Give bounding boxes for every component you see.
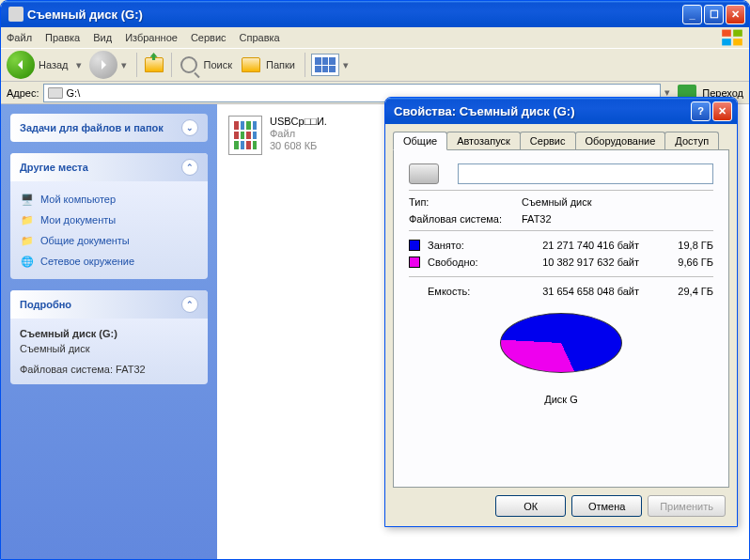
free-label: Свободно: (428, 257, 508, 268)
tab-autorun[interactable]: Автозапуск (446, 132, 521, 149)
svg-rect-1 (733, 30, 742, 37)
menu-favorites[interactable]: Избранное (125, 32, 178, 43)
tab-tools[interactable]: Сервис (520, 132, 576, 149)
up-button[interactable] (143, 54, 165, 76)
forward-dropdown-icon[interactable]: ▾ (121, 59, 131, 71)
detail-name: Съемный диск (G:) (20, 326, 198, 341)
used-label: Занято: (428, 240, 508, 251)
close-button[interactable]: ✕ (726, 5, 745, 24)
svg-rect-2 (722, 39, 731, 45)
detail-type: Съемный диск (20, 341, 198, 356)
apply-button: Применить (648, 495, 726, 517)
windows-logo-icon (721, 28, 743, 47)
places-header-label: Другие места (20, 162, 88, 173)
free-gb: 9,66 ГБ (639, 257, 713, 268)
tasks-header-label: Задачи для файлов и папок (20, 122, 164, 133)
back-button[interactable] (7, 51, 35, 79)
menu-help[interactable]: Справка (240, 32, 280, 43)
menu-edit[interactable]: Правка (45, 32, 80, 43)
pie-label: Диск G (544, 394, 578, 405)
views-dropdown-icon[interactable]: ▾ (343, 59, 352, 71)
used-color-icon (409, 240, 420, 251)
properties-dialog: Свойства: Съемный диск (G:) ? ✕ Общие Ав… (384, 97, 738, 527)
menu-tools[interactable]: Сервис (191, 32, 227, 43)
tasks-panel: Задачи для файлов и папок ⌄ (10, 114, 208, 142)
used-space-row: Занято: 21 271 740 416 байт 19,8 ГБ (409, 237, 713, 254)
ok-button[interactable]: ОК (495, 495, 566, 517)
drive-icon (48, 87, 63, 99)
chevron-up-icon[interactable]: ⌃ (181, 159, 198, 176)
capacity-bytes: 31 654 658 048 байт (508, 286, 639, 297)
toolbar: Назад ▾ ▾ Поиск Папки ▾ (1, 48, 749, 82)
address-value: G:\ (67, 87, 81, 99)
sidebar-item-my-computer[interactable]: 🖥️ Мой компьютер (20, 189, 198, 210)
window-title: Съемный диск (G:) (27, 8, 682, 22)
back-label[interactable]: Назад (39, 59, 69, 70)
type-value: Съемный диск (522, 196, 713, 208)
minimize-button[interactable]: _ (682, 5, 702, 24)
separator (305, 53, 305, 77)
search-icon[interactable] (178, 54, 200, 76)
forward-button[interactable] (89, 51, 117, 79)
dialog-titlebar[interactable]: Свойства: Съемный диск (G:) ? ✕ (385, 98, 737, 124)
sidebar-item-network[interactable]: 🌐 Сетевое окружение (20, 251, 198, 272)
chevron-up-icon[interactable]: ⌃ (181, 296, 198, 313)
fs-label: Файловая система: (409, 213, 522, 225)
sidebar-item-my-documents[interactable]: 📁 Мои документы (20, 210, 198, 230)
file-type: Файл (270, 128, 327, 139)
folder-icon: 📁 (20, 233, 35, 248)
tab-sharing[interactable]: Доступ (664, 132, 719, 149)
file-size: 30 608 КБ (270, 140, 327, 151)
file-name: USBCp□□И. (270, 116, 327, 127)
capacity-row: Емкость: 31 654 658 048 байт 29,4 ГБ (409, 283, 713, 300)
sidebar-item-label: Общие документы (40, 235, 130, 246)
details-header-label: Подробно (20, 299, 71, 310)
places-header[interactable]: Другие места ⌃ (10, 153, 208, 181)
maximize-button[interactable]: ☐ (704, 5, 724, 24)
capacity-label: Емкость: (428, 286, 508, 297)
menu-file[interactable]: Файл (7, 32, 32, 43)
sidebar-item-shared-documents[interactable]: 📁 Общие документы (20, 230, 198, 251)
menubar: Файл Правка Вид Избранное Сервис Справка (1, 27, 749, 48)
drive-name-input[interactable] (458, 163, 713, 184)
help-button[interactable]: ? (691, 101, 711, 121)
file-icon (228, 116, 262, 155)
sidebar-item-label: Мои документы (40, 214, 116, 226)
views-button[interactable] (311, 54, 339, 76)
chevron-down-icon[interactable]: ⌄ (181, 119, 198, 136)
tab-content: Тип: Съемный диск Файловая система: FAT3… (393, 149, 729, 488)
free-space-row: Свободно: 10 382 917 632 байт 9,66 ГБ (409, 254, 713, 271)
separator (136, 53, 137, 77)
free-color-icon (409, 257, 420, 268)
titlebar[interactable]: Съемный диск (G:) _ ☐ ✕ (1, 1, 749, 27)
places-panel: Другие места ⌃ 🖥️ Мой компьютер 📁 Мои до… (10, 153, 208, 279)
svg-rect-0 (722, 30, 731, 37)
menu-view[interactable]: Вид (93, 32, 112, 43)
search-label[interactable]: Поиск (204, 59, 232, 70)
used-gb: 19,8 ГБ (639, 240, 713, 251)
drive-large-icon (409, 163, 439, 184)
svg-rect-3 (733, 39, 742, 45)
sidebar-item-label: Сетевое окружение (40, 256, 134, 267)
cancel-button[interactable]: Отмена (571, 495, 642, 517)
folders-button[interactable] (240, 54, 262, 76)
folders-label[interactable]: Папки (266, 59, 295, 70)
details-header[interactable]: Подробно ⌃ (10, 290, 208, 319)
fs-value: FAT32 (522, 213, 713, 225)
disk-usage-pie-chart (500, 313, 622, 386)
separator (171, 53, 172, 77)
address-label: Адрес: (7, 87, 39, 99)
capacity-gb: 29,4 ГБ (639, 286, 713, 297)
tabs: Общие Автозапуск Сервис Оборудование Дос… (393, 132, 729, 149)
sidebar: Задачи для файлов и папок ⌄ Другие места… (1, 104, 217, 559)
back-dropdown-icon[interactable]: ▾ (76, 59, 86, 71)
used-bytes: 21 271 740 416 байт (508, 240, 639, 251)
free-bytes: 10 382 917 632 байт (508, 257, 639, 268)
dialog-close-button[interactable]: ✕ (712, 101, 732, 121)
folder-icon: 📁 (20, 212, 35, 227)
details-panel: Подробно ⌃ Съемный диск (G:) Съемный дис… (10, 290, 208, 384)
tab-general[interactable]: Общие (393, 132, 447, 150)
tasks-header[interactable]: Задачи для файлов и папок ⌄ (10, 114, 208, 142)
tab-hardware[interactable]: Оборудование (575, 132, 666, 149)
type-label: Тип: (409, 196, 522, 208)
